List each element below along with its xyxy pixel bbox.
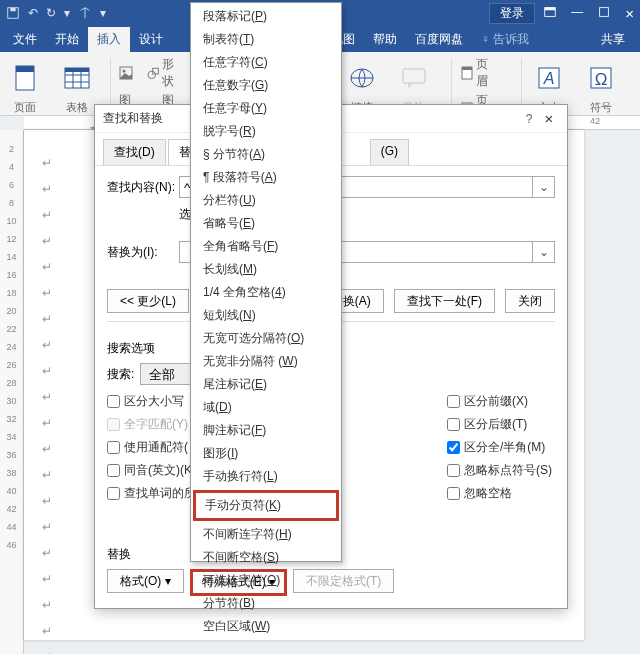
ribbon-shapes-button[interactable]: 形状: [147, 56, 185, 90]
chk-punct[interactable]: 忽略标点符号(S): [447, 462, 552, 479]
chk-fullhalf[interactable]: 区分全/半角(M): [447, 439, 552, 456]
tab-find[interactable]: 查找(D): [103, 139, 166, 165]
special-menu-item[interactable]: 无宽非分隔符 (W): [191, 350, 341, 373]
special-menu-item[interactable]: 可选连字符(O): [191, 569, 341, 592]
special-menu-item[interactable]: 长划线(M): [191, 258, 341, 281]
special-menu-item[interactable]: 无宽可选分隔符(O): [191, 327, 341, 350]
ribbon-group-symbol[interactable]: Ω 符号: [582, 56, 620, 115]
tab-help[interactable]: 帮助: [364, 27, 406, 52]
special-menu-item[interactable]: 省略号(E): [191, 212, 341, 235]
special-menu-item[interactable]: 任意数字(G): [191, 74, 341, 97]
ribbon-group-table[interactable]: 表格: [58, 56, 96, 115]
replace-history-dropdown[interactable]: ⌄: [533, 241, 555, 263]
format-button[interactable]: 格式(O) ▾: [107, 569, 184, 593]
tab-pan[interactable]: 百度网盘: [406, 27, 472, 52]
find-label: 查找内容(N):: [107, 179, 179, 196]
ribbon-image-button[interactable]: [119, 66, 143, 80]
redo-icon[interactable]: ↻: [46, 6, 56, 20]
special-menu-item[interactable]: 全角省略号(F): [191, 235, 341, 258]
special-menu-item[interactable]: § 分节符(A): [191, 143, 341, 166]
special-menu-item[interactable]: 分栏符(U): [191, 189, 341, 212]
svg-rect-3: [545, 7, 556, 10]
special-menu-item[interactable]: 手动换行符(L): [191, 465, 341, 488]
special-format-menu: 段落标记(P)制表符(T)任意字符(C)任意数字(G)任意字母(Y)脱字号(R)…: [190, 2, 342, 562]
svg-rect-1: [10, 8, 15, 12]
dialog-close-button[interactable]: ×: [539, 110, 559, 127]
tab-file[interactable]: 文件: [4, 27, 46, 52]
tab-share[interactable]: 共享: [592, 27, 634, 52]
ribbon-header-button[interactable]: 页眉: [460, 56, 499, 90]
svg-rect-23: [462, 67, 472, 70]
special-menu-item[interactable]: 手动分页符(K): [193, 490, 339, 521]
special-menu-item[interactable]: 脚注标记(F): [191, 419, 341, 442]
svg-rect-4: [600, 7, 609, 16]
special-menu-item[interactable]: 短划线(N): [191, 304, 341, 327]
svg-rect-21: [403, 69, 425, 83]
maximize-icon[interactable]: [597, 5, 611, 19]
close-icon[interactable]: ×: [625, 5, 634, 22]
quick-access-toolbar: ↶ ↻ ▾ ▾: [6, 6, 106, 20]
svg-rect-12: [65, 68, 89, 72]
special-menu-item[interactable]: 域(D): [191, 396, 341, 419]
minimize-icon[interactable]: —: [571, 5, 583, 22]
special-menu-item[interactable]: 段落标记(P): [191, 5, 341, 28]
special-menu-item[interactable]: 任意字母(Y): [191, 97, 341, 120]
login-button[interactable]: 登录: [489, 3, 535, 24]
special-menu-item[interactable]: 脱字号(R): [191, 120, 341, 143]
chk-suffix[interactable]: 区分后缀(T): [447, 416, 552, 433]
svg-text:A: A: [543, 70, 555, 87]
para-mark: ↵: [42, 156, 52, 170]
svg-point-15: [148, 71, 156, 79]
special-menu-item[interactable]: 空白区域(W): [191, 615, 341, 638]
tab-design[interactable]: 设计: [130, 27, 172, 52]
tab-home[interactable]: 开始: [46, 27, 88, 52]
tab-tell: ♀ 告诉我: [472, 27, 538, 52]
touch-mode-icon[interactable]: [78, 6, 92, 20]
tab-goto[interactable]: (G): [370, 139, 409, 165]
find-next-button[interactable]: 查找下一处(F): [394, 289, 495, 313]
ribbon-group-page[interactable]: 页面: [6, 56, 44, 115]
chk-space[interactable]: 忽略空格: [447, 485, 552, 502]
special-menu-item[interactable]: 尾注标记(E): [191, 373, 341, 396]
special-menu-item[interactable]: 任意字符(C): [191, 51, 341, 74]
svg-rect-6: [16, 66, 34, 72]
find-history-dropdown[interactable]: ⌄: [533, 176, 555, 198]
special-menu-item[interactable]: 不间断连字符(H): [191, 523, 341, 546]
search-scope-label: 搜索:: [107, 366, 134, 383]
ruler-vertical[interactable]: 2468101214161820222426283032343638404244…: [0, 130, 24, 654]
qat-more-icon[interactable]: ▾: [64, 6, 70, 20]
svg-point-14: [123, 70, 126, 73]
less-button[interactable]: << 更少(L): [107, 289, 189, 313]
special-menu-item[interactable]: 图形(I): [191, 442, 341, 465]
special-menu-item[interactable]: 制表符(T): [191, 28, 341, 51]
svg-text:Ω: Ω: [595, 70, 608, 89]
close-button[interactable]: 关闭: [505, 289, 555, 313]
special-menu-item[interactable]: ¶ 段落符号(A): [191, 166, 341, 189]
dialog-help-button[interactable]: ?: [519, 112, 539, 126]
replace-label: 替换为(I):: [107, 244, 179, 261]
special-menu-item[interactable]: 1/4 全角空格(4): [191, 281, 341, 304]
special-menu-item[interactable]: 不间断空格(S): [191, 546, 341, 569]
save-icon[interactable]: [6, 6, 20, 20]
ribbon-options-icon[interactable]: [543, 5, 557, 19]
special-menu-item[interactable]: 分节符(B): [191, 592, 341, 615]
undo-icon[interactable]: ↶: [28, 6, 38, 20]
tab-insert[interactable]: 插入: [88, 27, 130, 52]
chk-prefix[interactable]: 区分前缀(X): [447, 393, 552, 410]
